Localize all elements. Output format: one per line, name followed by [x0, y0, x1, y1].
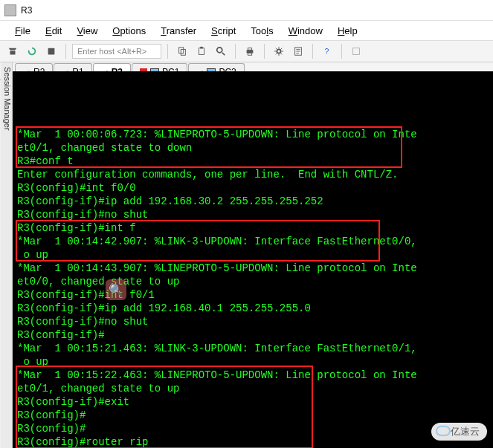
reconnect-icon[interactable]: [24, 43, 40, 59]
menu-window[interactable]: Window: [281, 22, 330, 39]
terminal-line: *Mar 1 00:14:42.907: %LINK-3-UPDOWN: Int…: [17, 235, 489, 248]
toolbar-sep: [167, 44, 168, 59]
terminal-line: o up: [17, 355, 489, 369]
terminal-line: R3#conf t: [17, 155, 489, 168]
menu-help[interactable]: Help: [330, 22, 365, 39]
menu-script[interactable]: Script: [204, 22, 243, 39]
help-icon[interactable]: ?: [319, 43, 335, 59]
terminal-line: *Mar 1 00:00:06.723: %LINEPROTO-5-UPDOWN…: [17, 128, 489, 141]
svg-rect-7: [248, 48, 251, 51]
terminal-line: R3(config-if)#: [17, 328, 489, 342]
terminal-line: R3(config)#: [17, 409, 489, 422]
svg-rect-8: [248, 53, 251, 56]
quick-connect-icon[interactable]: [4, 43, 21, 59]
svg-rect-0: [48, 48, 55, 55]
terminal-line: o up: [17, 248, 489, 262]
host-input[interactable]: Enter host <Alt+R>: [72, 44, 161, 59]
disconnect-icon[interactable]: [43, 43, 59, 59]
find-icon[interactable]: [213, 43, 229, 59]
print-icon[interactable]: [242, 43, 258, 59]
app-icon: [4, 4, 16, 16]
terminal-line: et0/0, changed state to up: [17, 275, 489, 288]
terminal-line: R3(config-if)#no shut: [17, 208, 489, 221]
copy-icon[interactable]: [174, 43, 190, 59]
terminal-line: et0/1, changed state to down: [17, 141, 489, 155]
svg-rect-6: [247, 50, 254, 53]
terminal-line: R3(config-if)#int f0/1: [17, 288, 489, 302]
menu-file[interactable]: File: [7, 22, 38, 39]
menubar: File Edit View Options Transfer Script T…: [0, 21, 493, 40]
menu-view[interactable]: View: [69, 22, 105, 39]
menu-edit[interactable]: Edit: [38, 22, 69, 39]
toolbar-sep: [65, 44, 66, 59]
svg-rect-4: [200, 47, 203, 49]
toolbar-sep: [264, 44, 265, 59]
terminal-line: R3(config-if)#int f: [17, 221, 489, 235]
terminal-line: *Mar 1 00:15:22.463: %LINEPROTO-5-UPDOWN…: [17, 369, 489, 382]
menu-transfer[interactable]: Transfer: [153, 22, 204, 39]
paste-icon[interactable]: [193, 43, 210, 59]
menu-options[interactable]: Options: [105, 22, 153, 39]
terminal-line: R3(config)#router rip: [17, 435, 489, 448]
terminal-line: et0/1, changed state to up: [17, 382, 489, 395]
menu-tools[interactable]: Tools: [243, 22, 280, 39]
terminal-line: R3(config)#int f0/0: [17, 181, 489, 195]
toolbar-sep: [235, 44, 236, 59]
session-manager-tab[interactable]: Session Manager: [1, 62, 13, 448]
toolbar: Enter host <Alt+R> ?: [0, 40, 493, 62]
terminal-line: *Mar 1 00:15:21.463: %LINK-3-UPDOWN: Int…: [17, 342, 489, 355]
terminal-line: R3(config-if)#ip add 192.168.40.1 255.25…: [17, 302, 489, 315]
svg-text:?: ?: [325, 47, 329, 56]
svg-rect-12: [353, 48, 360, 55]
titlebar: R3: [0, 0, 493, 21]
svg-point-9: [277, 49, 280, 53]
window-title: R3: [21, 5, 32, 16]
terminal-line: *Mar 1 00:14:43.907: %LINEPROTO-5-UPDOWN…: [17, 262, 489, 275]
svg-point-5: [217, 48, 222, 53]
terminal-output[interactable]: *Mar 1 00:00:06.723: %LINEPROTO-5-UPDOWN…: [13, 71, 493, 448]
terminal-line: R3(config-if)#exit: [17, 395, 489, 409]
blank-icon[interactable]: [348, 43, 364, 59]
terminal-line: Enter configuration commands, one per li…: [17, 168, 489, 181]
terminal-line: R3(config-if)#ip add 192.168.30.2 255.25…: [17, 195, 489, 208]
settings-icon[interactable]: [271, 43, 287, 59]
toolbar-sep: [341, 44, 342, 59]
terminal-line: R3(config-if)#no shut: [17, 315, 489, 328]
properties-icon[interactable]: [290, 43, 306, 59]
terminal-line: R3(config)#: [17, 422, 489, 435]
toolbar-sep: [312, 44, 313, 59]
svg-rect-3: [199, 48, 204, 55]
